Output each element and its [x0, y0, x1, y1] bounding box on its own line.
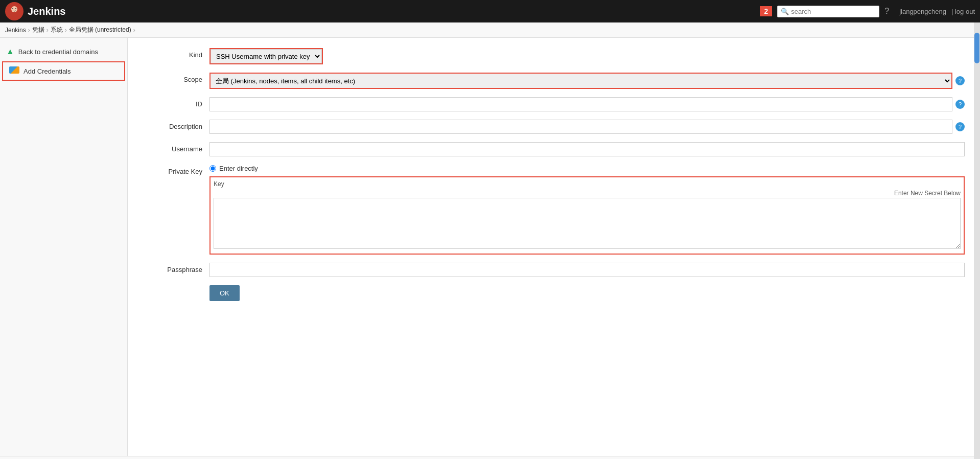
scope-row: Scope 全局 (Jenkins, nodes, items, all chi…	[143, 73, 965, 89]
sep2: ›	[46, 27, 49, 34]
credential-icon	[9, 66, 19, 76]
private-key-row: Private Key Enter directly Key Enter New…	[143, 165, 965, 255]
private-key-label: Private Key	[143, 165, 209, 175]
passphrase-row: Passphrase	[143, 263, 965, 277]
description-control-wrap: ?	[209, 120, 965, 134]
description-help-icon[interactable]: ?	[955, 122, 965, 131]
username-label: Username	[143, 142, 209, 153]
kind-highlight-box: SSH Username with private key	[209, 48, 323, 64]
username-row: Username	[143, 142, 965, 156]
breadcrumb-global[interactable]: 全局凭据 (unrestricted)	[69, 26, 131, 34]
scope-highlight-box: 全局 (Jenkins, nodes, items, all child ite…	[209, 73, 952, 89]
ok-button[interactable]: OK	[209, 285, 240, 301]
key-textarea[interactable]	[214, 198, 961, 249]
sidebar-add-label: Add Credentials	[24, 67, 71, 75]
username-input[interactable]	[209, 142, 965, 156]
sep4: ›	[133, 27, 135, 34]
search-box: 🔍	[777, 6, 879, 17]
app-title: Jenkins	[28, 6, 65, 17]
scope-control-wrap: 全局 (Jenkins, nodes, items, all child ite…	[209, 73, 965, 89]
logo: Jenkins	[5, 2, 65, 20]
passphrase-control-wrap	[209, 263, 965, 277]
private-key-section: Enter directly Key Enter New Secret Belo…	[209, 165, 965, 255]
description-input[interactable]	[209, 120, 952, 134]
sep1: ›	[28, 27, 30, 34]
key-hint: Enter New Secret Below	[894, 190, 961, 197]
footer: Page generated: 2019-7-18 下午06时25分19秒 RE…	[0, 456, 980, 459]
enter-directly-radio[interactable]	[209, 165, 216, 172]
id-row: ID ?	[143, 97, 965, 111]
search-icon: 🔍	[781, 8, 789, 15]
ok-spacer	[143, 285, 209, 288]
sidebar: ▲ Back to credential domains Add Credent…	[0, 38, 128, 456]
sep3: ›	[65, 27, 67, 34]
help-icon[interactable]: ?	[884, 7, 889, 16]
breadcrumb-credentials[interactable]: 凭据	[32, 26, 44, 34]
main-layout: ▲ Back to credential domains Add Credent…	[0, 38, 980, 456]
kind-select[interactable]: SSH Username with private key	[211, 49, 322, 63]
scrollbar[interactable]	[974, 22, 980, 459]
sidebar-item-add-credentials[interactable]: Add Credentials	[2, 61, 125, 81]
description-label: Description	[143, 120, 209, 130]
radio-row: Enter directly	[209, 165, 965, 172]
breadcrumb-system[interactable]: 系统	[51, 26, 63, 34]
search-input[interactable]	[791, 8, 876, 15]
kind-label: Kind	[143, 48, 209, 59]
back-arrow-icon: ▲	[6, 47, 14, 56]
username-label: jiangpengcheng	[899, 8, 946, 15]
enter-directly-label: Enter directly	[219, 165, 258, 172]
id-label: ID	[143, 97, 209, 108]
id-input[interactable]	[209, 97, 952, 111]
ok-row: OK	[143, 285, 965, 301]
svg-point-1	[12, 8, 13, 9]
sidebar-item-back[interactable]: ▲ Back to credential domains	[0, 43, 127, 60]
username-control-wrap	[209, 142, 965, 156]
ok-wrap: OK	[209, 285, 965, 301]
logout-link[interactable]: | log out	[951, 8, 975, 15]
scope-help-icon[interactable]: ?	[955, 76, 965, 85]
private-key-control-wrap: Enter directly Key Enter New Secret Belo…	[209, 165, 965, 255]
description-row: Description ?	[143, 120, 965, 134]
breadcrumb-jenkins[interactable]: Jenkins	[5, 27, 26, 34]
notification-badge[interactable]: 2	[760, 6, 772, 16]
scope-label: Scope	[143, 73, 209, 83]
svg-point-2	[15, 8, 16, 9]
key-hint-row: Enter New Secret Below	[214, 190, 961, 197]
content-area: Kind SSH Username with private key Scope…	[128, 38, 980, 456]
id-help-icon[interactable]: ?	[955, 100, 965, 109]
scrollbar-thumb[interactable]	[974, 33, 979, 63]
passphrase-label: Passphrase	[143, 263, 209, 273]
id-control-wrap: ?	[209, 97, 965, 111]
key-label: Key	[214, 180, 961, 188]
scope-select[interactable]: 全局 (Jenkins, nodes, items, all child ite…	[211, 74, 951, 88]
key-container: Key Enter New Secret Below	[209, 176, 965, 255]
kind-control-wrap: SSH Username with private key	[209, 48, 965, 64]
sidebar-back-label: Back to credential domains	[18, 48, 98, 56]
header: Jenkins 2 🔍 ? jiangpengcheng | log out	[0, 0, 980, 22]
passphrase-input[interactable]	[209, 263, 965, 277]
jenkins-avatar-icon	[5, 2, 24, 20]
kind-row: Kind SSH Username with private key	[143, 48, 965, 64]
breadcrumb: Jenkins › 凭据 › 系统 › 全局凭据 (unrestricted) …	[0, 22, 980, 38]
